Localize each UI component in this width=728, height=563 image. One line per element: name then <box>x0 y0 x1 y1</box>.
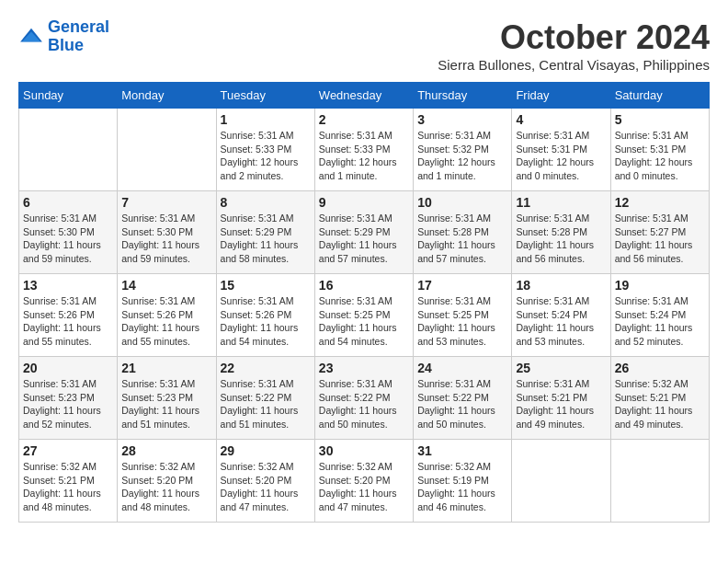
calendar-cell: 29Sunrise: 5:32 AM Sunset: 5:20 PM Dayli… <box>216 440 314 523</box>
calendar-cell: 21Sunrise: 5:31 AM Sunset: 5:23 PM Dayli… <box>118 357 216 440</box>
day-number: 27 <box>23 443 113 458</box>
day-number: 19 <box>615 278 705 293</box>
day-info: Sunrise: 5:31 AM Sunset: 5:28 PM Dayligh… <box>516 212 606 266</box>
day-number: 1 <box>221 112 311 127</box>
calendar-table: SundayMondayTuesdayWednesdayThursdayFrid… <box>18 82 710 523</box>
day-info: Sunrise: 5:31 AM Sunset: 5:33 PM Dayligh… <box>319 129 409 183</box>
title-block: October 2024 Sierra Bullones, Central Vi… <box>438 18 710 73</box>
day-info: Sunrise: 5:31 AM Sunset: 5:23 PM Dayligh… <box>121 377 211 431</box>
calendar-cell: 31Sunrise: 5:32 AM Sunset: 5:19 PM Dayli… <box>414 440 512 523</box>
day-info: Sunrise: 5:31 AM Sunset: 5:29 PM Dayligh… <box>319 212 409 266</box>
logo-line2: Blue <box>48 36 84 54</box>
day-info: Sunrise: 5:31 AM Sunset: 5:22 PM Dayligh… <box>417 377 507 431</box>
day-number: 4 <box>516 112 606 127</box>
calendar-week-3: 13Sunrise: 5:31 AM Sunset: 5:26 PM Dayli… <box>19 274 710 357</box>
day-info: Sunrise: 5:31 AM Sunset: 5:32 PM Dayligh… <box>417 129 507 183</box>
logo-icon <box>18 27 44 47</box>
day-info: Sunrise: 5:32 AM Sunset: 5:19 PM Dayligh… <box>417 460 507 514</box>
day-number: 13 <box>23 278 113 293</box>
day-info: Sunrise: 5:31 AM Sunset: 5:21 PM Dayligh… <box>516 377 606 431</box>
day-info: Sunrise: 5:31 AM Sunset: 5:27 PM Dayligh… <box>615 212 705 266</box>
calendar-cell: 27Sunrise: 5:32 AM Sunset: 5:21 PM Dayli… <box>19 440 118 523</box>
day-info: Sunrise: 5:31 AM Sunset: 5:28 PM Dayligh… <box>417 212 507 266</box>
day-number: 6 <box>23 195 113 210</box>
calendar-header: SundayMondayTuesdayWednesdayThursdayFrid… <box>19 83 710 109</box>
logo-line1: General <box>48 17 109 36</box>
calendar-week-1: 1Sunrise: 5:31 AM Sunset: 5:33 PM Daylig… <box>19 109 710 191</box>
day-number: 22 <box>221 361 311 375</box>
calendar-cell <box>19 109 118 191</box>
day-info: Sunrise: 5:31 AM Sunset: 5:25 PM Dayligh… <box>319 294 409 349</box>
calendar-cell: 9Sunrise: 5:31 AM Sunset: 5:29 PM Daylig… <box>314 191 413 274</box>
calendar-week-4: 20Sunrise: 5:31 AM Sunset: 5:23 PM Dayli… <box>19 357 710 440</box>
calendar-cell: 14Sunrise: 5:31 AM Sunset: 5:26 PM Dayli… <box>118 274 216 357</box>
day-number: 14 <box>121 278 211 293</box>
calendar-cell: 23Sunrise: 5:31 AM Sunset: 5:22 PM Dayli… <box>314 357 413 440</box>
page-header: General Blue October 2024 Sierra Bullone… <box>18 18 710 73</box>
calendar-cell: 5Sunrise: 5:31 AM Sunset: 5:31 PM Daylig… <box>610 109 709 191</box>
logo: General Blue <box>18 18 109 55</box>
day-info: Sunrise: 5:31 AM Sunset: 5:31 PM Dayligh… <box>615 129 705 183</box>
calendar-cell: 10Sunrise: 5:31 AM Sunset: 5:28 PM Dayli… <box>414 191 512 274</box>
day-number: 26 <box>615 361 705 375</box>
weekday-header-monday: Monday <box>118 83 216 109</box>
day-info: Sunrise: 5:31 AM Sunset: 5:33 PM Dayligh… <box>221 129 311 183</box>
location-title: Sierra Bullones, Central Visayas, Philip… <box>438 57 710 73</box>
calendar-cell: 2Sunrise: 5:31 AM Sunset: 5:33 PM Daylig… <box>314 109 413 191</box>
day-number: 31 <box>417 443 507 458</box>
calendar-cell: 3Sunrise: 5:31 AM Sunset: 5:32 PM Daylig… <box>414 109 512 191</box>
day-info: Sunrise: 5:31 AM Sunset: 5:31 PM Dayligh… <box>516 129 606 183</box>
calendar-cell: 8Sunrise: 5:31 AM Sunset: 5:29 PM Daylig… <box>216 191 314 274</box>
day-number: 20 <box>23 361 113 375</box>
day-number: 8 <box>221 195 311 210</box>
month-title: October 2024 <box>438 18 710 57</box>
day-number: 18 <box>516 278 606 293</box>
calendar-cell: 22Sunrise: 5:31 AM Sunset: 5:22 PM Dayli… <box>216 357 314 440</box>
day-info: Sunrise: 5:31 AM Sunset: 5:26 PM Dayligh… <box>121 294 211 349</box>
day-number: 15 <box>221 278 311 293</box>
calendar-cell <box>118 109 216 191</box>
day-number: 10 <box>417 195 507 210</box>
weekday-header-wednesday: Wednesday <box>314 83 413 109</box>
calendar-cell: 30Sunrise: 5:32 AM Sunset: 5:20 PM Dayli… <box>314 440 413 523</box>
day-info: Sunrise: 5:31 AM Sunset: 5:29 PM Dayligh… <box>221 212 311 266</box>
day-info: Sunrise: 5:32 AM Sunset: 5:21 PM Dayligh… <box>23 460 113 514</box>
day-number: 2 <box>319 112 409 127</box>
day-number: 30 <box>319 443 409 458</box>
calendar-week-2: 6Sunrise: 5:31 AM Sunset: 5:30 PM Daylig… <box>19 191 710 274</box>
day-number: 24 <box>417 361 507 375</box>
day-number: 25 <box>516 361 606 375</box>
calendar-cell: 6Sunrise: 5:31 AM Sunset: 5:30 PM Daylig… <box>19 191 118 274</box>
day-number: 9 <box>319 195 409 210</box>
day-info: Sunrise: 5:31 AM Sunset: 5:30 PM Dayligh… <box>23 212 113 266</box>
calendar-cell: 25Sunrise: 5:31 AM Sunset: 5:21 PM Dayli… <box>512 357 610 440</box>
calendar-cell: 24Sunrise: 5:31 AM Sunset: 5:22 PM Dayli… <box>414 357 512 440</box>
calendar-cell: 13Sunrise: 5:31 AM Sunset: 5:26 PM Dayli… <box>19 274 118 357</box>
calendar-cell: 26Sunrise: 5:32 AM Sunset: 5:21 PM Dayli… <box>610 357 709 440</box>
weekday-header-thursday: Thursday <box>414 83 512 109</box>
day-number: 5 <box>615 112 705 127</box>
day-number: 23 <box>319 361 409 375</box>
calendar-cell <box>610 440 709 523</box>
day-info: Sunrise: 5:31 AM Sunset: 5:24 PM Dayligh… <box>516 294 606 349</box>
calendar-cell: 15Sunrise: 5:31 AM Sunset: 5:26 PM Dayli… <box>216 274 314 357</box>
logo-text: General Blue <box>48 18 109 55</box>
calendar-cell: 20Sunrise: 5:31 AM Sunset: 5:23 PM Dayli… <box>19 357 118 440</box>
calendar-body: 1Sunrise: 5:31 AM Sunset: 5:33 PM Daylig… <box>19 109 710 523</box>
calendar-cell: 7Sunrise: 5:31 AM Sunset: 5:30 PM Daylig… <box>118 191 216 274</box>
day-info: Sunrise: 5:31 AM Sunset: 5:24 PM Dayligh… <box>615 294 705 349</box>
calendar-cell <box>512 440 610 523</box>
calendar-cell: 18Sunrise: 5:31 AM Sunset: 5:24 PM Dayli… <box>512 274 610 357</box>
calendar-cell: 11Sunrise: 5:31 AM Sunset: 5:28 PM Dayli… <box>512 191 610 274</box>
weekday-header-sunday: Sunday <box>19 83 118 109</box>
day-info: Sunrise: 5:31 AM Sunset: 5:22 PM Dayligh… <box>319 377 409 431</box>
day-number: 12 <box>615 195 705 210</box>
day-info: Sunrise: 5:31 AM Sunset: 5:25 PM Dayligh… <box>417 294 507 349</box>
calendar-cell: 16Sunrise: 5:31 AM Sunset: 5:25 PM Dayli… <box>314 274 413 357</box>
day-info: Sunrise: 5:31 AM Sunset: 5:30 PM Dayligh… <box>121 212 211 266</box>
day-number: 17 <box>417 278 507 293</box>
day-info: Sunrise: 5:32 AM Sunset: 5:20 PM Dayligh… <box>319 460 409 514</box>
calendar-cell: 1Sunrise: 5:31 AM Sunset: 5:33 PM Daylig… <box>216 109 314 191</box>
weekday-header-friday: Friday <box>512 83 610 109</box>
day-number: 21 <box>121 361 211 375</box>
